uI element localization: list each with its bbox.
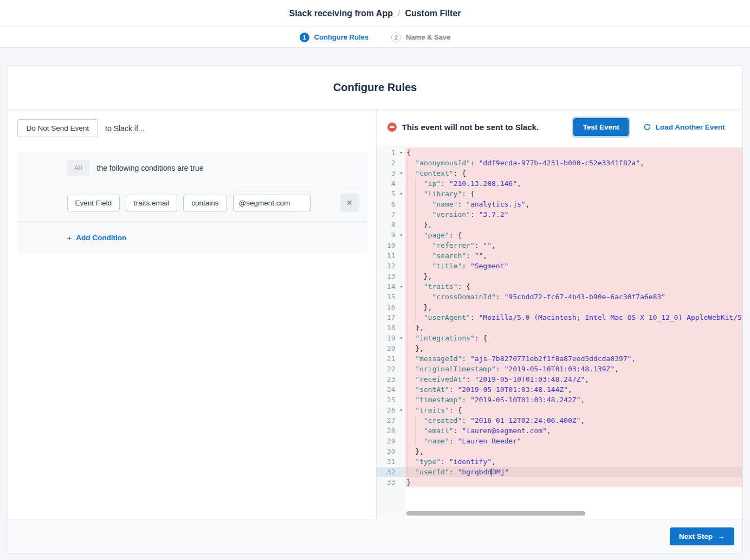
code-line[interactable]: "library": { — [405, 189, 742, 199]
line-number: 3▾ — [377, 168, 405, 178]
code-line[interactable]: }, — [405, 271, 742, 281]
remove-condition-button[interactable]: ✕ — [340, 194, 359, 212]
code-line[interactable]: "userAgent": "Mozilla/5.0 (Macintosh; In… — [405, 312, 742, 323]
code-lines[interactable]: {"anonymousId": "ddf9ecda-977b-4231-b000… — [405, 145, 742, 519]
line-number: 9▾ — [377, 230, 405, 240]
close-icon: ✕ — [346, 198, 353, 207]
top-bar: Slack receiving from App / Custom Filter — [0, 0, 750, 27]
line-number: 8 — [377, 220, 405, 230]
line-number: 10 — [377, 240, 405, 250]
preview-header: This event will not be sent to Slack. Te… — [377, 110, 742, 145]
code-line[interactable]: "context": { — [405, 168, 742, 178]
step-number-badge: 1 — [300, 33, 309, 42]
line-number: 32 — [377, 467, 405, 477]
line-number: 22 — [377, 364, 405, 374]
code-line[interactable]: "messageId": "ajs-7b8270771eb2f1f8a87eed… — [405, 353, 742, 364]
code-line[interactable]: "search": "", — [405, 250, 742, 261]
code-line[interactable]: "version": "3.7.2" — [405, 209, 742, 220]
line-number: 19▾ — [377, 333, 405, 343]
match-mode-badge[interactable]: All — [67, 160, 89, 176]
code-line[interactable]: "anonymousId": "ddf9ecda-977b-4231-b000-… — [405, 158, 742, 168]
step-list: 1Configure Rules2Name & Save — [300, 33, 451, 42]
code-line[interactable]: "referrer": "", — [405, 240, 742, 250]
code-line[interactable]: }, — [405, 446, 742, 456]
code-line[interactable]: "created": "2016-01-12T02:24:06.400Z", — [405, 415, 742, 426]
code-line[interactable]: "ip": "210.13.208.146", — [405, 178, 742, 189]
code-line[interactable]: "email": "lauren@segment.com", — [405, 426, 742, 436]
code-line[interactable]: }, — [405, 302, 742, 312]
step-configure-rules[interactable]: 1Configure Rules — [300, 33, 368, 42]
line-number: 33 — [377, 477, 405, 487]
line-number: 30 — [377, 446, 405, 456]
line-number: 31 — [377, 456, 405, 467]
filter-builder-panel: Do Not Send Event to Slack if... All the… — [8, 110, 377, 519]
line-number: 14▾ — [377, 281, 405, 292]
minus-circle-icon — [387, 123, 397, 132]
code-line[interactable]: } — [405, 477, 742, 487]
filter-action-suffix: to Slack if... — [105, 124, 144, 133]
next-step-label: Next Step — [679, 532, 713, 540]
code-line[interactable]: "traits": { — [405, 405, 742, 415]
code-line[interactable]: { — [405, 147, 742, 158]
next-step-button[interactable]: Next Step → — [670, 527, 734, 545]
match-mode-row: All the following conditions are true — [17, 152, 367, 184]
horizontal-scrollbar-thumb[interactable] — [406, 511, 585, 516]
fold-toggle-icon[interactable]: ▾ — [400, 168, 403, 178]
breadcrumb-source[interactable]: Slack receiving from App — [289, 9, 392, 18]
fold-toggle-icon[interactable]: ▾ — [400, 147, 403, 158]
code-line[interactable]: "type": "identify", — [405, 456, 742, 467]
code-line[interactable]: "name": "analytics.js", — [405, 199, 742, 209]
code-line[interactable]: "crossDomainId": "95cbdd72-fc67-4b43-b90… — [405, 292, 742, 302]
line-number: 11 — [377, 250, 405, 261]
plus-icon: + — [67, 233, 72, 242]
condition-field-type-button[interactable]: Event Field — [67, 195, 120, 211]
line-number: 21 — [377, 353, 405, 364]
fold-toggle-icon[interactable]: ▾ — [400, 333, 403, 343]
code-line[interactable]: "timestamp": "2019-05-10T01:03:48.242Z", — [405, 395, 742, 405]
line-number: 17 — [377, 312, 405, 323]
line-number: 6 — [377, 199, 405, 209]
load-another-event-button[interactable]: Load Another Event — [643, 123, 725, 131]
line-number: 15 — [377, 292, 405, 302]
line-number: 28 — [377, 426, 405, 436]
fold-toggle-icon[interactable]: ▾ — [400, 230, 403, 240]
line-number: 1▾ — [377, 147, 405, 158]
code-line[interactable]: "originalTimestamp": "2019-05-10T01:03:4… — [405, 364, 742, 374]
condition-row: Event Field traits.email contains ✕ — [17, 184, 367, 222]
condition-field-path-button[interactable]: traits.email — [126, 195, 177, 211]
code-line[interactable]: }, — [405, 220, 742, 230]
code-line[interactable]: "integrations": { — [405, 333, 742, 343]
code-line[interactable]: "title": "Segment" — [405, 261, 742, 271]
step-bar: 1Configure Rules2Name & Save — [0, 27, 750, 48]
line-number: 24 — [377, 384, 405, 395]
code-line[interactable]: }, — [405, 343, 742, 353]
fold-toggle-icon[interactable]: ▾ — [400, 189, 403, 199]
line-number: 25 — [377, 395, 405, 405]
breadcrumb-separator: / — [398, 9, 400, 18]
fold-toggle-icon[interactable]: ▾ — [400, 405, 403, 415]
event-preview-panel: This event will not be sent to Slack. Te… — [377, 110, 742, 519]
line-number: 16 — [377, 302, 405, 312]
condition-operator-button[interactable]: contains — [183, 195, 227, 211]
filter-action-button[interactable]: Do Not Send Event — [17, 119, 99, 137]
code-line[interactable]: "page": { — [405, 230, 742, 240]
step-name-save[interactable]: 2Name & Save — [391, 33, 450, 42]
line-number: 13 — [377, 271, 405, 281]
arrow-right-icon: → — [717, 532, 725, 540]
condition-value-input[interactable] — [233, 195, 311, 211]
test-event-button[interactable]: Test Event — [573, 118, 628, 136]
code-line[interactable]: "sentAt": "2019-05-10T01:03:48.144Z", — [405, 384, 742, 395]
json-editor[interactable]: 1▾23▾45▾6789▾1011121314▾1516171819▾20212… — [377, 145, 742, 519]
step-label: Name & Save — [406, 33, 450, 41]
code-line[interactable]: "receivedAt": "2019-05-10T01:03:48.247Z"… — [405, 374, 742, 384]
code-line[interactable]: "name": "Lauren Reeder" — [405, 436, 742, 446]
code-line[interactable]: }, — [405, 323, 742, 333]
step-number-badge: 2 — [391, 33, 401, 42]
line-number: 27 — [377, 415, 405, 426]
add-condition-button[interactable]: + Add Condition — [67, 233, 127, 242]
conditions-group: All the following conditions are true Ev… — [17, 152, 367, 254]
line-number: 2 — [377, 158, 405, 168]
code-line[interactable]: "userId": "bgrqbddDMj" — [405, 467, 742, 477]
fold-toggle-icon[interactable]: ▾ — [400, 281, 403, 292]
code-line[interactable]: "traits": { — [405, 281, 742, 292]
